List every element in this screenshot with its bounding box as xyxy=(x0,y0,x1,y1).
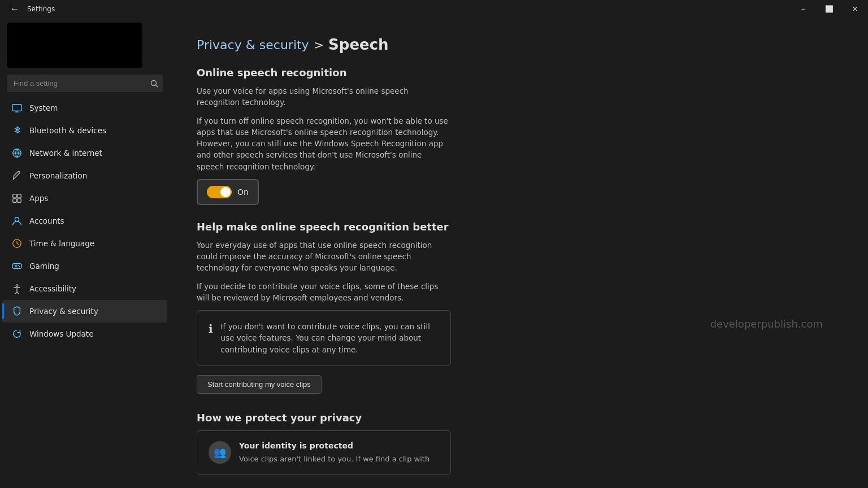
breadcrumb-separator: > xyxy=(314,38,324,52)
toggle-track xyxy=(207,186,232,198)
speech-toggle-container[interactable]: On xyxy=(197,179,259,205)
svg-rect-2 xyxy=(12,104,21,111)
sidebar-item-time[interactable]: Time & language xyxy=(2,232,167,255)
privacy-card-title: Your identity is protected xyxy=(239,441,429,450)
sidebar-item-network[interactable]: Network & internet xyxy=(2,142,167,164)
sidebar-item-system[interactable]: System xyxy=(2,97,167,119)
svg-rect-9 xyxy=(18,199,21,202)
close-button[interactable]: ✕ xyxy=(842,0,868,18)
sidebar-item-label-update: Windows Update xyxy=(29,329,93,338)
bluetooth-icon xyxy=(11,125,23,136)
minimize-button[interactable]: − xyxy=(790,0,816,18)
sidebar-item-label-system: System xyxy=(29,103,58,112)
svg-point-13 xyxy=(18,265,19,266)
privacy-section-heading: How we protect your privacy xyxy=(197,412,841,424)
privacy-card: 👥 Your identity is protected Voice clips… xyxy=(197,430,451,476)
search-container xyxy=(7,75,163,92)
info-box: ℹ️ If you don't want to contribute voice… xyxy=(197,310,451,366)
info-box-text: If you don't want to contribute voice cl… xyxy=(221,321,439,355)
sidebar-item-personalization[interactable]: Personalization xyxy=(2,164,167,187)
online-speech-desc2: If you turn off online speech recognitio… xyxy=(197,115,451,172)
sidebar-item-label-gaming: Gaming xyxy=(29,262,59,271)
svg-rect-8 xyxy=(13,199,16,202)
help-section-heading: Help make online speech recognition bett… xyxy=(197,221,841,233)
accessibility-icon xyxy=(11,283,23,294)
svg-rect-6 xyxy=(13,194,16,198)
help-desc1: Your everyday use of apps that use onlin… xyxy=(197,239,451,274)
breadcrumb: Privacy & security > Speech xyxy=(197,36,841,53)
time-icon xyxy=(11,238,23,249)
sidebar-item-bluetooth[interactable]: Bluetooth & devices xyxy=(2,119,167,142)
toggle-label: On xyxy=(237,188,249,197)
svg-point-14 xyxy=(19,266,20,267)
nav-list: SystemBluetooth & devicesNetwork & inter… xyxy=(0,97,170,345)
main-content: Privacy & security > Speech Online speec… xyxy=(170,18,868,488)
sidebar-item-label-personalization: Personalization xyxy=(29,171,87,180)
svg-line-1 xyxy=(156,85,158,87)
privacy-avatar: 👥 xyxy=(209,441,231,464)
sidebar-item-label-accessibility: Accessibility xyxy=(29,284,76,293)
search-input[interactable] xyxy=(7,75,163,92)
sidebar: SystemBluetooth & devicesNetwork & inter… xyxy=(0,18,170,488)
sidebar-item-gaming[interactable]: Gaming xyxy=(2,255,167,277)
app-body: SystemBluetooth & devicesNetwork & inter… xyxy=(0,18,868,488)
titlebar: ← Settings − ⬜ ✕ xyxy=(0,0,868,18)
sidebar-item-label-accounts: Accounts xyxy=(29,216,64,225)
maximize-button[interactable]: ⬜ xyxy=(816,0,842,18)
privacy-content: Your identity is protected Voice clips a… xyxy=(239,441,429,465)
sidebar-item-update[interactable]: Windows Update xyxy=(2,323,167,345)
sidebar-item-label-bluetooth: Bluetooth & devices xyxy=(29,126,106,135)
svg-point-10 xyxy=(15,217,19,221)
breadcrumb-parent[interactable]: Privacy & security xyxy=(197,38,309,52)
sidebar-item-accessibility[interactable]: Accessibility xyxy=(2,277,167,300)
sidebar-item-label-apps: Apps xyxy=(29,194,48,203)
titlebar-controls: − ⬜ ✕ xyxy=(790,0,868,18)
sidebar-item-label-network: Network & internet xyxy=(29,149,102,158)
search-button[interactable] xyxy=(150,80,158,88)
sidebar-item-label-time: Time & language xyxy=(29,239,94,248)
sidebar-item-apps[interactable]: Apps xyxy=(2,187,167,210)
sidebar-item-privacy[interactable]: Privacy & security xyxy=(2,300,167,323)
gaming-icon xyxy=(11,260,23,272)
apps-icon xyxy=(11,193,23,204)
personalization-icon xyxy=(11,170,23,181)
breadcrumb-current: Speech xyxy=(328,36,389,53)
back-button[interactable]: ← xyxy=(7,1,23,17)
network-icon xyxy=(11,147,23,159)
svg-rect-7 xyxy=(18,194,21,198)
sidebar-item-label-privacy: Privacy & security xyxy=(29,307,98,316)
online-speech-desc1: Use your voice for apps using Microsoft'… xyxy=(197,85,451,108)
online-speech-heading: Online speech recognition xyxy=(197,67,841,79)
svg-point-15 xyxy=(16,285,18,287)
system-icon xyxy=(11,102,23,114)
sidebar-item-accounts[interactable]: Accounts xyxy=(2,210,167,232)
contribute-button[interactable]: Start contributing my voice clips xyxy=(197,375,322,394)
help-desc2: If you decide to contribute your voice c… xyxy=(197,281,451,304)
toggle-thumb xyxy=(220,187,231,197)
search-icon xyxy=(150,80,158,88)
privacy-icon-area: 👥 xyxy=(209,441,231,464)
privacy-card-text: Voice clips aren't linked to you. If we … xyxy=(239,454,429,465)
user-card xyxy=(7,23,142,68)
titlebar-title: Settings xyxy=(27,5,55,13)
titlebar-left: ← Settings xyxy=(7,1,55,17)
info-icon: ℹ️ xyxy=(209,322,213,336)
update-icon xyxy=(11,328,23,339)
privacy-icon xyxy=(11,306,23,317)
accounts-icon xyxy=(11,215,23,226)
